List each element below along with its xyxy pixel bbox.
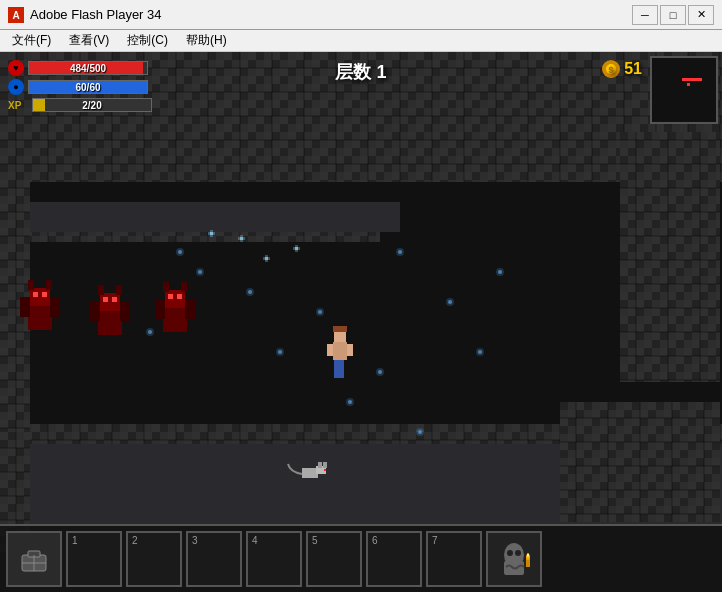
menu-view[interactable]: 查看(V) (61, 30, 117, 51)
menu-help[interactable]: 帮助(H) (178, 30, 235, 51)
window-title: Adobe Flash Player 34 (30, 7, 626, 22)
game-canvas (0, 52, 722, 592)
window-controls: ─ □ ✕ (632, 5, 714, 25)
title-bar: A Adobe Flash Player 34 ─ □ ✕ (0, 0, 722, 30)
close-button[interactable]: ✕ (688, 5, 714, 25)
menu-control[interactable]: 控制(C) (119, 30, 176, 51)
menu-bar: 文件(F) 查看(V) 控制(C) 帮助(H) (0, 30, 722, 52)
menu-file[interactable]: 文件(F) (4, 30, 59, 51)
minimize-button[interactable]: ─ (632, 5, 658, 25)
game-area[interactable]: ♥ 484/500 ● 60/60 XP 2/20 (0, 52, 722, 592)
app-icon: A (8, 7, 24, 23)
maximize-button[interactable]: □ (660, 5, 686, 25)
svg-text:A: A (12, 10, 19, 21)
